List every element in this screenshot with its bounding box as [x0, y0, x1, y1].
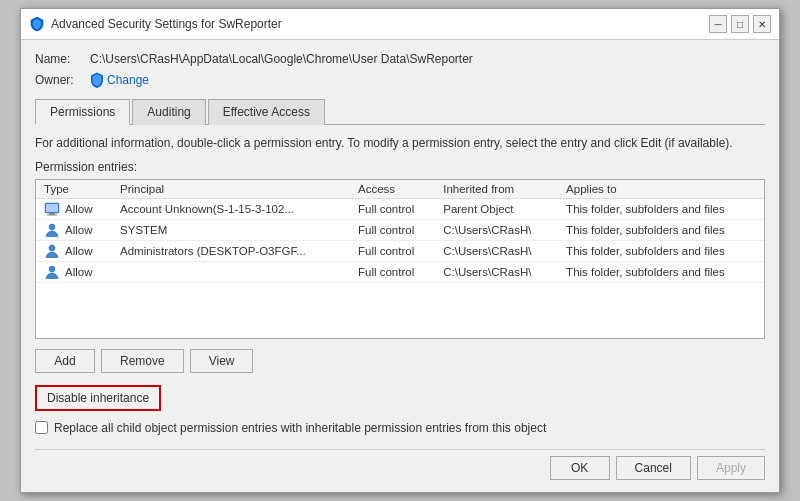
- table-row[interactable]: AllowAccount Unknown(S-1-15-3-102...Full…: [36, 198, 764, 219]
- dialog-content: Name: C:\Users\CRasH\AppData\Local\Googl…: [21, 40, 779, 492]
- window-title: Advanced Security Settings for SwReporte…: [51, 17, 282, 31]
- tab-auditing[interactable]: Auditing: [132, 99, 205, 125]
- col-principal: Principal: [112, 180, 350, 199]
- cell-access: Full control: [350, 240, 435, 261]
- minimize-button[interactable]: ─: [709, 15, 727, 33]
- add-button[interactable]: Add: [35, 349, 95, 373]
- title-bar: Advanced Security Settings for SwReporte…: [21, 9, 779, 40]
- owner-label: Owner:: [35, 73, 90, 87]
- svg-rect-1: [46, 204, 58, 212]
- cell-applies-to: This folder, subfolders and files: [558, 261, 764, 282]
- ok-button[interactable]: OK: [550, 456, 610, 480]
- permissions-table-container[interactable]: Type Principal Access Inherited from App…: [35, 179, 765, 339]
- maximize-button[interactable]: □: [731, 15, 749, 33]
- change-owner-link[interactable]: Change: [90, 72, 149, 88]
- table-header-row: Type Principal Access Inherited from App…: [36, 180, 764, 199]
- remove-button[interactable]: Remove: [101, 349, 184, 373]
- user-icon: [44, 223, 60, 237]
- cell-access: Full control: [350, 261, 435, 282]
- table-row[interactable]: AllowAdministrators (DESKTOP-O3FGF...Ful…: [36, 240, 764, 261]
- description-text: For additional information, double-click…: [35, 135, 765, 152]
- cell-type: Allow: [36, 219, 112, 240]
- name-value: C:\Users\CRasH\AppData\Local\Google\Chro…: [90, 52, 473, 66]
- view-button[interactable]: View: [190, 349, 254, 373]
- change-link-label: Change: [107, 73, 149, 87]
- cell-inherited-from: Parent Object: [435, 198, 558, 219]
- replace-permissions-checkbox[interactable]: [35, 421, 48, 434]
- type-label: Allow: [65, 266, 92, 278]
- cell-principal: Administrators (DESKTOP-O3FGF...: [112, 240, 350, 261]
- close-button[interactable]: ✕: [753, 15, 771, 33]
- title-bar-left: Advanced Security Settings for SwReporte…: [29, 16, 282, 32]
- checkbox-row: Replace all child object permission entr…: [35, 421, 765, 435]
- cell-principal: Account Unknown(S-1-15-3-102...: [112, 198, 350, 219]
- tab-effective-access[interactable]: Effective Access: [208, 99, 325, 125]
- cell-access: Full control: [350, 219, 435, 240]
- table-row[interactable]: AllowFull controlC:\Users\CRasH\This fol…: [36, 261, 764, 282]
- cell-applies-to: This folder, subfolders and files: [558, 198, 764, 219]
- disable-inheritance-button[interactable]: Disable inheritance: [35, 385, 161, 411]
- svg-point-4: [49, 224, 55, 230]
- col-applies-to: Applies to: [558, 180, 764, 199]
- col-type: Type: [36, 180, 112, 199]
- type-label: Allow: [65, 245, 92, 257]
- svg-point-5: [49, 245, 55, 251]
- col-inherited-from: Inherited from: [435, 180, 558, 199]
- cell-access: Full control: [350, 198, 435, 219]
- apply-button[interactable]: Apply: [697, 456, 765, 480]
- type-label: Allow: [65, 203, 92, 215]
- cell-applies-to: This folder, subfolders and files: [558, 240, 764, 261]
- user-icon: [44, 244, 60, 258]
- svg-point-6: [49, 266, 55, 272]
- cell-applies-to: This folder, subfolders and files: [558, 219, 764, 240]
- shield-icon: [90, 72, 104, 88]
- col-access: Access: [350, 180, 435, 199]
- name-row: Name: C:\Users\CRasH\AppData\Local\Googl…: [35, 52, 765, 66]
- cell-type: Allow: [36, 198, 112, 219]
- name-label: Name:: [35, 52, 90, 66]
- cell-type: Allow: [36, 240, 112, 261]
- type-label: Allow: [65, 224, 92, 236]
- user-icon: [44, 265, 60, 279]
- owner-row: Owner: Change: [35, 72, 765, 88]
- dialog-button-row: OK Cancel Apply: [35, 449, 765, 480]
- cell-inherited-from: C:\Users\CRasH\: [435, 261, 558, 282]
- permissions-table: Type Principal Access Inherited from App…: [36, 180, 764, 283]
- title-controls: ─ □ ✕: [709, 15, 771, 33]
- tab-permissions[interactable]: Permissions: [35, 99, 130, 125]
- svg-rect-3: [47, 214, 57, 215]
- table-action-buttons: Add Remove View: [35, 349, 765, 373]
- cancel-button[interactable]: Cancel: [616, 456, 691, 480]
- cell-principal: SYSTEM: [112, 219, 350, 240]
- cell-type: Allow: [36, 261, 112, 282]
- cell-inherited-from: C:\Users\CRasH\: [435, 219, 558, 240]
- window-icon: [29, 16, 45, 32]
- main-window: Advanced Security Settings for SwReporte…: [20, 8, 780, 493]
- cell-principal: [112, 261, 350, 282]
- section-label: Permission entries:: [35, 160, 765, 174]
- table-row[interactable]: AllowSYSTEMFull controlC:\Users\CRasH\Th…: [36, 219, 764, 240]
- computer-icon: [44, 202, 60, 216]
- cell-inherited-from: C:\Users\CRasH\: [435, 240, 558, 261]
- tab-bar: Permissions Auditing Effective Access: [35, 98, 765, 125]
- checkbox-label: Replace all child object permission entr…: [54, 421, 546, 435]
